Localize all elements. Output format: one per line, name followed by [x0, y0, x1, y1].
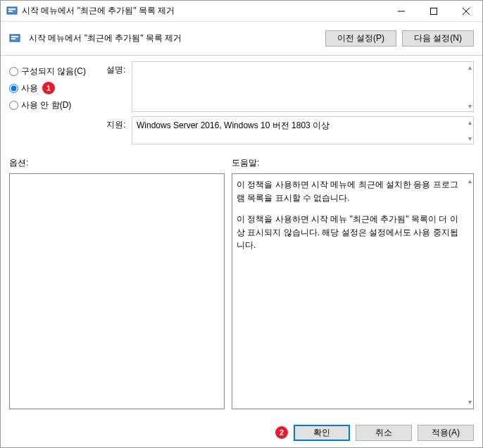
ok-button[interactable]: 확인	[294, 425, 350, 441]
scroll-down-icon: ▾	[468, 135, 472, 142]
support-label: 지원:	[106, 116, 132, 131]
policy-title: 시작 메뉴에서 "최근에 추가됨" 목록 제거	[29, 32, 320, 44]
lower-panels: 이 정책을 사용하면 시작 메뉴에 최근에 설치한 응용 프로그램 목록을 표시…	[9, 173, 474, 409]
help-panel[interactable]: 이 정책을 사용하면 시작 메뉴에 최근에 설치한 응용 프로그램 목록을 표시…	[232, 173, 474, 409]
previous-setting-button[interactable]: 이전 설정(P)	[325, 30, 396, 46]
content-area: 구성되지 않음(C) 사용 1 사용 안 함(D) 설명: ▴	[1, 56, 482, 418]
minimize-button[interactable]	[385, 1, 418, 21]
radio-group: 구성되지 않음(C) 사용 1 사용 안 함(D)	[9, 61, 101, 149]
scroll-down-icon: ▾	[468, 102, 472, 110]
options-header: 옵션:	[9, 157, 232, 169]
close-button[interactable]	[450, 1, 482, 21]
svg-rect-8	[11, 36, 18, 37]
help-paragraph-2: 이 정책을 사용하면 시작 메뉴 "최근에 추가됨" 목록이 더 이상 표시되지…	[237, 213, 462, 252]
columns-header: 옵션: 도움말:	[9, 157, 474, 169]
radio-enabled-label: 사용	[21, 82, 38, 94]
support-row: 지원: Windows Server 2016, Windows 10 버전 1…	[106, 116, 474, 144]
policy-icon	[6, 6, 18, 17]
gpo-editor-window: 시작 메뉴에서 "최근에 추가됨" 목록 제거 시작 메뉴에서 "최근에 추가됨…	[0, 0, 483, 448]
radio-not-configured-input[interactable]	[9, 67, 18, 76]
annotation-marker-1: 1	[42, 82, 55, 94]
support-value: Windows Server 2016, Windows 10 버전 1803 …	[137, 120, 330, 130]
scroll-up-icon: ▴	[468, 175, 472, 187]
next-setting-button[interactable]: 다음 설정(N)	[402, 30, 474, 46]
policy-icon	[9, 33, 20, 44]
description-label: 설명:	[106, 61, 132, 76]
radio-not-configured-label: 구성되지 않음(C)	[21, 66, 86, 77]
svg-rect-2	[8, 11, 13, 12]
svg-rect-1	[8, 8, 15, 10]
scroll-down-icon: ▾	[468, 397, 472, 408]
config-section: 구성되지 않음(C) 사용 1 사용 안 함(D) 설명: ▴	[9, 61, 474, 149]
window-controls	[385, 1, 482, 21]
help-header: 도움말:	[232, 157, 259, 169]
scroll-up-icon: ▴	[468, 118, 472, 126]
description-row: 설명: ▴ ▾	[106, 61, 474, 112]
support-textarea[interactable]: Windows Server 2016, Windows 10 버전 1803 …	[132, 116, 474, 144]
description-textarea[interactable]: ▴ ▾	[132, 61, 474, 112]
scroll-up-icon: ▴	[468, 63, 472, 71]
radio-not-configured[interactable]: 구성되지 않음(C)	[9, 63, 101, 80]
footer: 2 확인 취소 적용(A)	[1, 418, 482, 447]
radio-disabled-label: 사용 안 함(D)	[21, 99, 71, 111]
radio-disabled-input[interactable]	[9, 101, 18, 110]
radio-enabled[interactable]: 사용 1	[9, 80, 101, 97]
radio-disabled[interactable]: 사용 안 함(D)	[9, 97, 101, 113]
annotation-marker-2: 2	[275, 426, 288, 439]
apply-button[interactable]: 적용(A)	[418, 425, 474, 441]
titlebar-text: 시작 메뉴에서 "최근에 추가됨" 목록 제거	[22, 5, 385, 17]
titlebar: 시작 메뉴에서 "최근에 추가됨" 목록 제거	[1, 1, 482, 22]
maximize-button[interactable]	[418, 1, 450, 21]
radio-enabled-input[interactable]	[9, 84, 18, 93]
help-paragraph-1: 이 정책을 사용하면 시작 메뉴에 최근에 설치한 응용 프로그램 목록을 표시…	[237, 178, 462, 204]
cancel-button[interactable]: 취소	[356, 425, 412, 441]
svg-rect-4	[431, 8, 437, 14]
fields-column: 설명: ▴ ▾ 지원: Windows Server 2016, Windows…	[106, 61, 474, 149]
svg-rect-9	[11, 38, 15, 39]
options-panel[interactable]	[9, 173, 225, 409]
toolbar: 시작 메뉴에서 "최근에 추가됨" 목록 제거 이전 설정(P) 다음 설정(N…	[1, 22, 482, 56]
